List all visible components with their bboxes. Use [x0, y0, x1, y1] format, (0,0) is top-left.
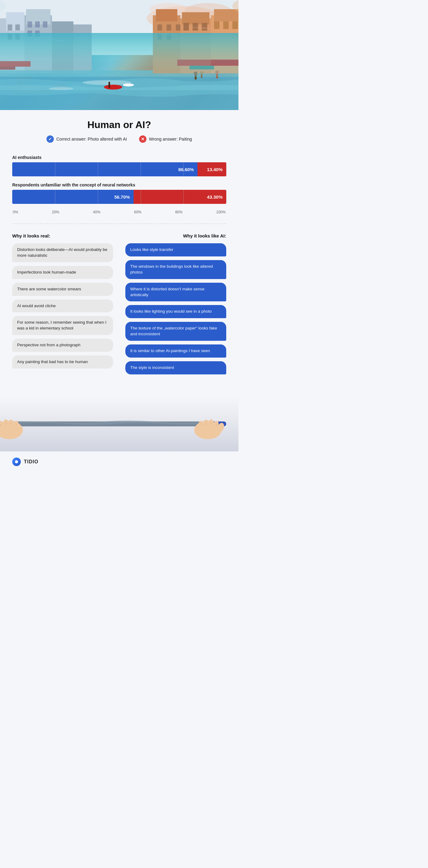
wrong-legend-label: Wrong answer: Paiting [149, 136, 192, 142]
svg-rect-61 [216, 74, 218, 78]
svg-rect-14 [15, 34, 20, 40]
svg-rect-47 [183, 23, 189, 31]
comments-section: Why it looks real: Distortion looks deli… [12, 233, 226, 378]
footer: TIDIO [0, 452, 239, 472]
svg-rect-37 [156, 9, 177, 21]
axis-80: 80% [175, 210, 183, 214]
svg-rect-34 [109, 82, 110, 88]
chart1-red-bar: 13.40% [197, 162, 226, 176]
tidio-brand-text: TIDIO [24, 459, 38, 465]
svg-rect-68 [0, 421, 3, 432]
svg-rect-51 [223, 21, 229, 29]
svg-line-63 [119, 61, 239, 73]
svg-point-60 [215, 70, 219, 74]
right-bubble-6: It is similar to other AI-paintings I ha… [125, 344, 226, 358]
svg-rect-46 [166, 34, 171, 40]
svg-rect-15 [28, 21, 32, 28]
axis-labels: 0% 20% 40% 60% 80% 100% [12, 210, 226, 214]
svg-rect-9 [52, 21, 73, 73]
svg-rect-13 [8, 34, 12, 40]
left-bubble-5: For some reason, I remember seeing that … [12, 316, 113, 335]
svg-rect-57 [195, 75, 196, 80]
left-bubble-7: Any painting that bad has to be human [12, 355, 113, 369]
section-divider [12, 223, 226, 224]
svg-point-33 [104, 85, 122, 90]
correct-legend-label: Correct answer: Photo altered with AI [56, 136, 127, 142]
chart2-wrapper: 56.70% 43.30% [12, 190, 226, 204]
left-column: Why it looks real: Distortion looks deli… [12, 233, 116, 378]
right-bubble-3: Where it is distorted doesn't make sense… [125, 283, 226, 302]
svg-point-56 [194, 71, 197, 75]
svg-rect-41 [214, 9, 239, 21]
chart2-red-bar: 43.30% [133, 190, 226, 204]
charts-section: AI enthusiasts 86.60% 13.40% Respondents… [12, 155, 226, 214]
svg-rect-49 [202, 23, 207, 31]
svg-rect-12 [15, 25, 20, 31]
left-bubble-2: Imperfections look human-made [12, 266, 113, 279]
svg-rect-48 [193, 23, 198, 31]
svg-rect-50 [214, 21, 219, 29]
svg-rect-55 [189, 66, 214, 69]
right-bubble-1: Looks like style transfer [125, 243, 226, 256]
chart2-label: Respondents unfamiliar with the concept … [12, 183, 226, 187]
svg-rect-11 [8, 25, 12, 31]
chart1-wrapper: 86.60% 13.40% [12, 162, 226, 176]
hero-image [0, 0, 239, 110]
svg-rect-20 [0, 61, 31, 67]
svg-rect-80 [204, 420, 208, 431]
svg-rect-16 [35, 21, 40, 28]
svg-point-32 [49, 87, 73, 90]
chart-ai-enthusiasts: AI enthusiasts 86.60% 13.40% [12, 155, 226, 176]
axis-100: 100% [216, 210, 225, 214]
chart-unfamiliar: Respondents unfamiliar with the concept … [12, 183, 226, 204]
svg-rect-53 [177, 60, 239, 66]
svg-rect-42 [157, 25, 162, 31]
right-bubble-7: The style is inconsistent [125, 361, 226, 374]
svg-rect-59 [201, 74, 203, 78]
vline-100 [226, 162, 226, 176]
correct-legend-item: ✓ Correct answer: Photo altered with AI [47, 135, 127, 143]
chart1-label: AI enthusiasts [12, 155, 226, 160]
correct-icon: ✓ [47, 135, 54, 143]
svg-rect-69 [4, 419, 8, 431]
svg-rect-10 [73, 25, 92, 73]
right-bubble-5: The texture of the „watercolor paper" lo… [125, 322, 226, 341]
right-column: Why it looks like AI: Looks like style t… [122, 233, 226, 378]
wrong-legend-item: ✕ Wrong answer: Paiting [139, 135, 192, 143]
axis-60: 60% [134, 210, 141, 214]
axis-40: 40% [93, 210, 100, 214]
svg-rect-21 [0, 67, 15, 70]
axis-20: 20% [52, 210, 59, 214]
svg-rect-52 [232, 21, 238, 29]
svg-rect-71 [14, 421, 18, 431]
svg-rect-19 [35, 31, 40, 37]
tidio-logo-dot [15, 460, 18, 463]
svg-rect-79 [209, 419, 213, 431]
chart1-blue-bar: 86.60% [12, 162, 197, 176]
chart1-bar: 86.60% 13.40% [12, 162, 226, 176]
left-bubble-1: Distortion looks deliberate—AI would pro… [12, 243, 113, 262]
right-bubble-4: It looks like lighting you would see in … [125, 305, 226, 318]
svg-rect-17 [43, 21, 48, 28]
svg-rect-45 [157, 34, 162, 40]
svg-line-62 [0, 61, 119, 73]
left-bubble-6: Perspective not from a photograph [12, 339, 113, 352]
left-col-header: Why it looks real: [12, 233, 116, 238]
tidio-logo [12, 458, 21, 466]
title-section: Human or AI? ✓ Correct answer: Photo alt… [12, 110, 226, 149]
left-bubble-4: AI would avoid cliche [12, 300, 113, 313]
page-title: Human or AI? [12, 119, 226, 130]
left-bubble-3: There are some watercolor smears [12, 283, 113, 296]
right-bubble-2: The windows in the buildings look like a… [125, 260, 226, 279]
svg-rect-81 [199, 421, 203, 431]
svg-rect-44 [176, 25, 180, 31]
svg-rect-36 [153, 15, 180, 73]
chart2-bar: 56.70% 43.30% [12, 190, 226, 204]
wrong-icon: ✕ [139, 135, 147, 143]
tug-svg [0, 396, 226, 452]
vline2-100 [226, 190, 226, 204]
svg-point-35 [123, 84, 134, 87]
svg-rect-54 [211, 60, 239, 66]
right-col-header: Why it looks like AI: [122, 233, 226, 238]
svg-point-58 [200, 71, 203, 74]
